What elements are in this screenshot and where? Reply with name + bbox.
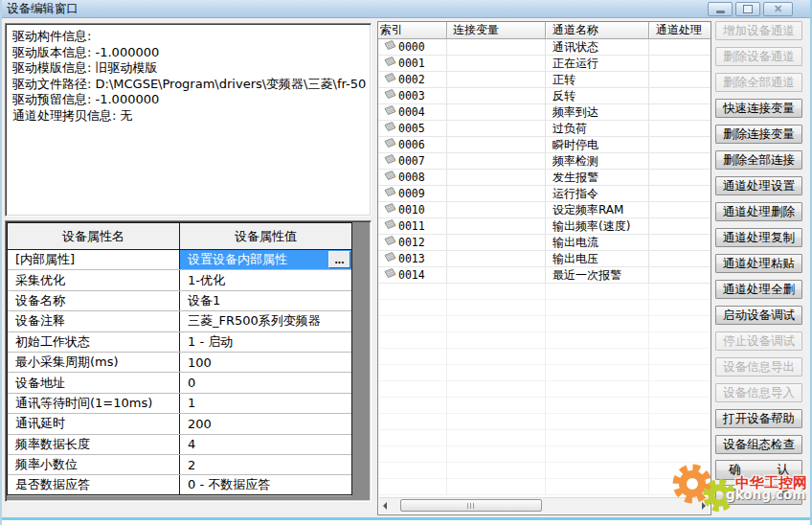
property-value[interactable]: 1-优化 (180, 270, 351, 289)
scroll-left-icon[interactable] (383, 502, 387, 510)
empty-cell (649, 381, 710, 398)
channel-row[interactable]: 0013输出电压 (378, 251, 710, 267)
side-button-10[interactable]: 通道处理全删 (715, 280, 802, 299)
channel-row-empty (378, 381, 710, 398)
driver-info-line: 驱动版本信息: -1.000000 (12, 45, 369, 61)
channel-variable-cell (447, 153, 546, 170)
channel-row[interactable]: 0000通讯状态 (378, 39, 710, 56)
property-row[interactable]: 最小采集周期(ms)100 (8, 353, 351, 373)
scrollbar-thumb[interactable] (400, 499, 542, 512)
channel-process-cell (649, 88, 710, 104)
property-row[interactable]: 设备名称设备1 (8, 291, 351, 311)
empty-cell (649, 414, 710, 430)
property-value[interactable]: 4 (180, 435, 351, 454)
property-value[interactable]: 0 - 不数据应答 (180, 475, 351, 494)
channel-name-cell: 正在运行 (546, 56, 649, 72)
channel-index: 0000 (398, 40, 425, 54)
property-row[interactable]: 初始工作状态1 - 启动 (8, 332, 351, 353)
property-row[interactable]: 采集优化1-优化 (8, 270, 351, 290)
channel-name-cell: 输出电压 (546, 251, 649, 267)
property-row[interactable]: 设备注释三菱_FR500系列变频器 (8, 311, 351, 331)
property-row[interactable]: 频率小数位2 (8, 455, 351, 475)
side-button-6[interactable]: 通道处理设置 (715, 176, 802, 195)
empty-cell (649, 316, 710, 332)
channel-row[interactable]: 0008发生报警 (378, 170, 710, 186)
property-row[interactable]: 通讯延时200 (8, 414, 351, 434)
side-button-12: 停止设备调试 (715, 331, 802, 351)
channel-index-cell: 0002 (378, 72, 447, 88)
channel-row-empty (378, 414, 710, 430)
channel-name-cell: 运行指令 (546, 186, 649, 202)
property-value[interactable]: 1 (180, 394, 351, 413)
property-value[interactable]: 0 (180, 373, 351, 392)
property-value[interactable]: 200 (180, 414, 351, 433)
channel-row[interactable]: 0007频率检测 (378, 153, 710, 170)
side-button-5[interactable]: 删除全部连接 (715, 150, 802, 170)
side-button-15[interactable]: 打开设备帮助 (715, 409, 802, 428)
property-value[interactable]: 设备1 (180, 291, 351, 310)
channel-row[interactable]: 0005过负荷 (378, 121, 710, 137)
property-row[interactable]: [内部属性]设置设备内部属性... (8, 250, 351, 270)
driver-info-line: 驱动文件路径: D:\MCGSE\Program\drivers\变频器\三菱\… (12, 77, 369, 93)
side-button-9[interactable]: 通道处理粘贴 (715, 254, 802, 273)
channel-row[interactable]: 0009运行指令 (378, 186, 710, 202)
minimize-button[interactable] (708, 2, 733, 16)
confirm-button[interactable]: 确 认 (715, 460, 802, 480)
property-row[interactable]: 频率数据长度4 (8, 435, 351, 455)
property-value[interactable]: 设置设备内部属性... (180, 250, 351, 269)
channel-row[interactable]: 0006瞬时停电 (378, 137, 710, 153)
property-value[interactable]: 2 (180, 455, 351, 474)
channel-name-column-header[interactable]: 通道名称 (546, 22, 649, 39)
maximize-button[interactable] (735, 2, 760, 16)
channel-row[interactable]: 0004频率到达 (378, 104, 710, 121)
empty-cell (546, 381, 649, 398)
channel-index: 0012 (398, 236, 425, 249)
side-button-3[interactable]: 快速连接变量 (715, 99, 802, 118)
side-button-11[interactable]: 启动设备调试 (715, 306, 802, 325)
cancel-button[interactable]: 取 消 (715, 485, 802, 505)
channel-row[interactable]: 0010设定频率RAM (378, 202, 710, 218)
property-value[interactable]: 三菱_FR500系列变频器 (180, 311, 351, 331)
property-table-container: 设备属性名 设备属性值 [内部属性]设置设备内部属性...采集优化1-优化设备名… (5, 220, 372, 502)
channel-index-cell: 0005 (378, 121, 447, 137)
channel-row[interactable]: 0011输出频率(速度) (378, 218, 710, 235)
chip-icon (382, 203, 396, 217)
horizontal-scrollbar[interactable] (379, 497, 710, 514)
variable-column-header[interactable]: 连接变量 (447, 22, 546, 39)
side-button-16[interactable]: 设备组态检查 (715, 435, 802, 454)
property-value-text: 1-优化 (188, 272, 225, 289)
channel-row[interactable]: 0001正在运行 (378, 56, 710, 72)
empty-cell (447, 284, 546, 300)
chip-icon (382, 236, 396, 249)
property-name: 最小采集周期(ms) (8, 353, 180, 372)
channel-index-cell: 0010 (378, 202, 447, 218)
property-row[interactable]: 设备地址0 (8, 373, 351, 393)
ellipsis-button[interactable]: ... (328, 251, 350, 268)
side-button-7[interactable]: 通道处理删除 (715, 202, 802, 221)
property-row[interactable]: 通讯等待时间(1=10ms)1 (8, 394, 351, 414)
property-value[interactable]: 100 (180, 353, 351, 372)
channel-row[interactable]: 0014最近一次报警 (378, 267, 710, 284)
property-row[interactable]: 是否数据应答0 - 不数据应答 (8, 475, 351, 495)
close-button[interactable]: ✕ (763, 2, 793, 16)
channel-row[interactable]: 0002正转 (378, 72, 710, 88)
property-value-text: 三菱_FR500系列变频器 (188, 312, 321, 330)
side-button-4[interactable]: 删除连接变量 (715, 125, 802, 144)
driver-info-line: 驱动模版信息: 旧驱动模版 (12, 60, 369, 77)
empty-cell (546, 316, 649, 332)
channel-index-cell: 0006 (378, 137, 447, 153)
side-button-8[interactable]: 通道处理复制 (715, 228, 802, 247)
index-column-header[interactable]: 索引 (378, 22, 447, 39)
empty-cell (649, 300, 710, 316)
channel-process-column-header[interactable]: 通道处理 (649, 22, 710, 39)
channel-row[interactable]: 0012输出电流 (378, 235, 710, 251)
property-table: 设备属性名 设备属性值 [内部属性]设置设备内部属性...采集优化1-优化设备名… (7, 222, 352, 495)
channel-row[interactable]: 0003反转 (378, 88, 710, 104)
channel-row-empty (378, 365, 710, 381)
property-value[interactable]: 1 - 启动 (180, 332, 351, 352)
empty-cell (649, 430, 710, 446)
property-name: 设备注释 (8, 311, 180, 331)
channel-name-cell: 正转 (546, 72, 649, 88)
scroll-right-icon[interactable] (702, 502, 706, 510)
channel-index: 0002 (398, 73, 425, 86)
